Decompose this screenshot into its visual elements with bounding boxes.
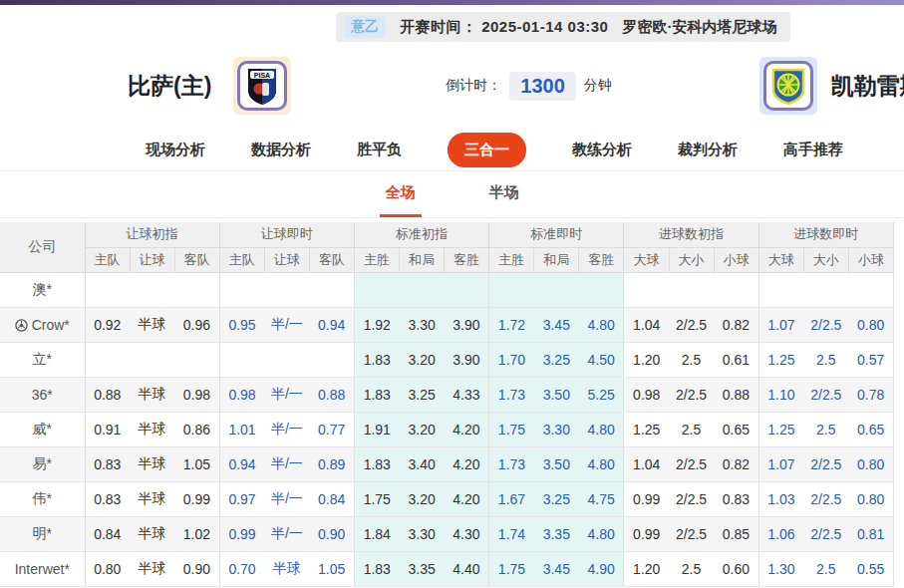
odds-cell: 0.88	[714, 377, 758, 412]
company-cell[interactable]: 立*	[0, 342, 85, 377]
odds-cell: 1.84	[354, 516, 399, 551]
odds-cell: 3.30	[534, 412, 579, 446]
odds-cell: 1.02	[174, 516, 219, 551]
odds-cell	[848, 272, 893, 307]
odds-cell	[354, 272, 399, 307]
odds-cell: 1.04	[624, 307, 669, 342]
odds-cell: 1.75	[489, 551, 534, 586]
odds-cell: 2/2.5	[669, 516, 714, 551]
odds-cell: 半球	[130, 481, 174, 516]
odds-cell: 1.72	[489, 307, 534, 342]
odds-cell: 1.74	[489, 516, 534, 551]
odds-cell: 2.5	[669, 412, 714, 446]
sub-header-2-0: 主胜	[354, 247, 399, 272]
odds-cell: 0.97	[219, 481, 264, 516]
odds-cell: 3.40	[400, 446, 445, 481]
odds-cell: 3.45	[534, 307, 579, 342]
odds-cell: 1.73	[489, 446, 534, 481]
odds-cell: 0.99	[624, 516, 669, 551]
soccer-ball-icon	[15, 319, 28, 332]
sub-header-2-2: 客胜	[445, 247, 489, 272]
odds-cell	[174, 342, 219, 377]
odds-cell: 0.84	[309, 481, 354, 516]
nav-tab-3[interactable]: 三合一	[448, 133, 526, 167]
odds-cell: 0.99	[219, 516, 264, 551]
odds-cell: 1.05	[174, 446, 219, 481]
odds-cell: 1.67	[489, 481, 534, 516]
odds-cell	[624, 272, 669, 307]
odds-cell: 3.45	[534, 551, 579, 586]
sub-header-0-2: 客队	[174, 247, 219, 272]
nav-tab-1[interactable]: 数据分析	[251, 141, 311, 159]
odds-row-Crow: Crow*0.92半球0.960.95半/一0.941.923.303.901.…	[0, 307, 894, 342]
odds-cell: 3.90	[445, 307, 489, 342]
company-cell[interactable]: 36*	[0, 377, 85, 412]
odds-cell: 3.35	[534, 516, 579, 551]
scope-tab-0[interactable]: 全场	[380, 183, 422, 217]
odds-cell: 半球	[130, 377, 174, 412]
odds-cell: 4.33	[445, 377, 489, 412]
odds-cell: 1.75	[489, 412, 534, 446]
kickoff-time-text: 开赛时间： 2025-01-14 03:30	[400, 18, 608, 37]
odds-cell: 0.84	[85, 516, 130, 551]
odds-cell: 0.96	[174, 307, 219, 342]
odds-cell	[219, 272, 264, 307]
odds-cell: 1.03	[758, 481, 803, 516]
odds-cell: 4.30	[445, 516, 489, 551]
company-cell[interactable]: 澳*	[0, 272, 85, 307]
company-cell[interactable]: 易*	[0, 446, 85, 481]
company-name: 立*	[33, 351, 52, 367]
odds-cell: 2/2.5	[669, 377, 714, 412]
company-cell[interactable]: 威*	[0, 412, 85, 446]
odds-cell: 1.25	[758, 342, 803, 377]
odds-cell: 半/一	[264, 307, 309, 342]
odds-cell: 1.30	[758, 551, 803, 586]
odds-cell: 0.65	[848, 412, 893, 446]
sub-header-4-0: 大球	[624, 247, 669, 272]
odds-cell: 4.50	[579, 342, 624, 377]
odds-row-明: 明*0.84半球1.020.99半/一0.901.843.304.301.743…	[0, 516, 894, 551]
odds-cell	[758, 272, 803, 307]
scope-tab-1[interactable]: 半场	[483, 183, 525, 217]
sub-header-3-0: 主胜	[489, 247, 534, 272]
odds-cell	[219, 342, 264, 377]
nav-tab-0[interactable]: 现场分析	[146, 141, 205, 159]
odds-cell: 半球	[130, 551, 174, 586]
odds-cell: 半球	[130, 307, 174, 342]
odds-cell: 1.25	[758, 412, 803, 446]
countdown: 倒计时： 1300 分钟	[446, 72, 612, 101]
odds-cell: 1.10	[758, 377, 803, 412]
odds-cell: 0.80	[848, 481, 893, 516]
odds-cell: 0.88	[309, 377, 354, 412]
sub-header-5-1: 大小	[803, 247, 848, 272]
nav-tab-5[interactable]: 裁判分析	[678, 141, 738, 159]
league-badge[interactable]: 意乙	[344, 16, 386, 38]
odds-cell: 4.80	[579, 516, 624, 551]
match-header: 比萨(主) PISA 倒计时： 1300 分钟	[0, 42, 904, 130]
odds-cell: 4.40	[445, 551, 489, 586]
group-header-4: 进球数初指	[624, 222, 758, 247]
nav-tab-2[interactable]: 胜平负	[357, 141, 402, 159]
company-cell[interactable]: Interwet*	[0, 551, 85, 586]
odds-cell: 2.5	[803, 412, 848, 446]
odds-cell: 0.98	[174, 377, 219, 412]
odds-cell: 1.20	[624, 342, 669, 377]
nav-tab-4[interactable]: 教练分析	[572, 141, 632, 159]
odds-cell: 2/2.5	[669, 307, 714, 342]
odds-cell: 半/一	[264, 377, 309, 412]
odds-cell: 0.94	[309, 307, 354, 342]
company-cell[interactable]: Crow*	[0, 307, 85, 342]
home-team-name: 比萨(主)	[128, 71, 211, 102]
nav-tab-6[interactable]: 高手推荐	[783, 141, 843, 159]
sub-header-0-1: 让球	[130, 247, 174, 272]
top-accent-strip	[0, 0, 904, 5]
odds-cell: 4.20	[445, 412, 489, 446]
odds-cell: 2/2.5	[669, 446, 714, 481]
odds-cell: 0.77	[309, 412, 354, 446]
away-team-name: 凯勒雷斯	[831, 71, 904, 102]
odds-cell: 3.50	[534, 377, 579, 412]
odds-cell: 1.92	[354, 307, 399, 342]
odds-cell: 3.50	[534, 446, 579, 481]
company-cell[interactable]: 明*	[0, 516, 85, 551]
company-cell[interactable]: 伟*	[0, 481, 85, 516]
